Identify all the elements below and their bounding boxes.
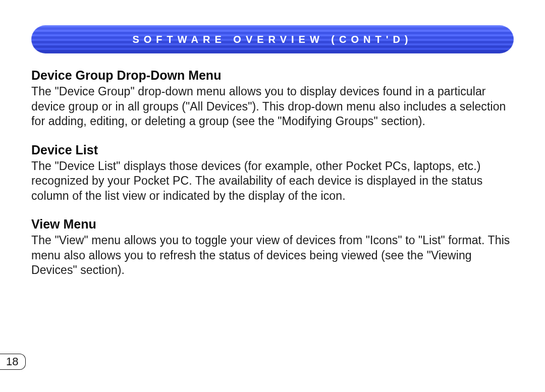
page-content: Device Group Drop-Down Menu The "Device … — [31, 53, 514, 278]
heading-view-menu: View Menu — [31, 216, 514, 232]
section-view-menu: View Menu The "View" menu allows you to … — [31, 216, 514, 278]
section-device-group: Device Group Drop-Down Menu The "Device … — [31, 68, 514, 129]
section-device-list: Device List The "Device List" displays t… — [31, 142, 514, 204]
page-number-container: 18 — [0, 352, 26, 372]
heading-device-list: Device List — [31, 142, 514, 158]
heading-device-group: Device Group Drop-Down Menu — [31, 68, 514, 83]
page-number: 18 — [0, 354, 26, 370]
manual-page: SOFTWARE OVERVIEW (CONT'D) Device Group … — [0, 0, 545, 392]
body-device-list: The "Device List" displays those devices… — [31, 159, 514, 203]
body-device-group: The "Device Group" drop-down menu allows… — [31, 84, 514, 129]
section-header-bar: SOFTWARE OVERVIEW (CONT'D) — [31, 25, 514, 53]
section-header-title: SOFTWARE OVERVIEW (CONT'D) — [132, 34, 412, 45]
body-view-menu: The "View" menu allows you to toggle you… — [31, 233, 514, 277]
